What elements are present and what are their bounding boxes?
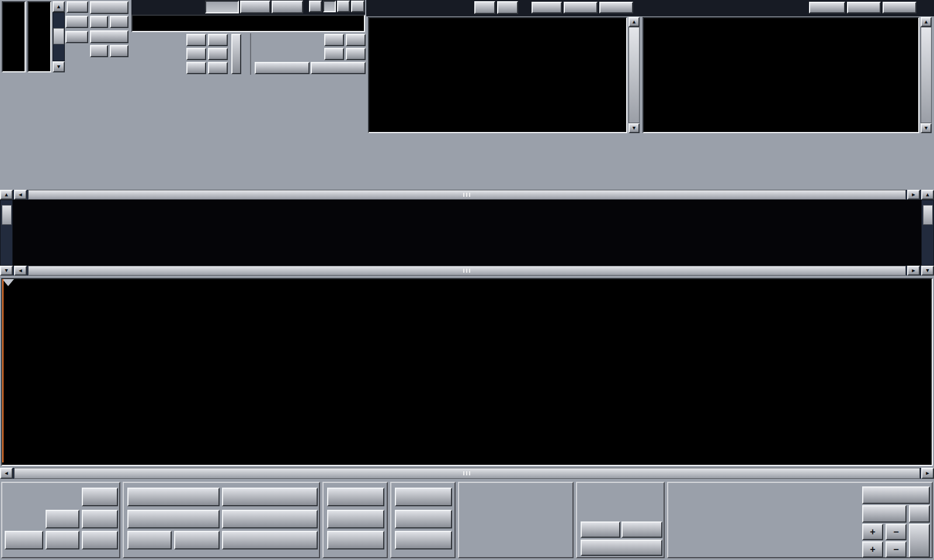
cln-button[interactable] [65,31,88,43]
play-dsp-button[interactable] [82,531,118,549]
order-delete-button[interactable] [90,30,129,43]
pattern-scroll-up-right[interactable]: ▲ [921,190,934,200]
clear-button[interactable] [862,486,930,504]
pattern-vscroll-right-thumb[interactable] [923,205,933,225]
order-pos-list[interactable] [2,1,26,72]
sample-save-button[interactable] [883,2,916,13]
loop-end-marker[interactable] [2,279,4,462]
patlen-plus-button[interactable] [324,48,344,60]
wave-scroll-left[interactable]: ◀ [0,468,13,479]
order-scroll-down[interactable]: ▼ [53,61,65,72]
repeat-minus-button[interactable]: − [886,524,907,540]
wave-hscroll-thumb[interactable] [14,468,920,479]
play-dn-button[interactable] [46,531,79,549]
mini-button-w[interactable] [337,1,350,12]
paste-button[interactable] [327,531,384,549]
instrument-minus-button[interactable] [497,1,518,14]
mini-button-f[interactable] [309,1,322,12]
zoom-out-button[interactable] [222,488,318,506]
sample-scroll-thumb[interactable] [921,27,932,123]
sample-scrollbar[interactable]: ▲ ▼ [921,17,932,133]
sample-load-action-button[interactable] [581,521,620,538]
pattern-hscroll-thumb[interactable] [28,190,906,200]
pattern-scroll-right[interactable]: ▶ [907,190,920,200]
instrument-zap-button[interactable] [532,2,562,13]
pattern-scroll-up-left[interactable]: ▲ [0,190,13,200]
repeat-plus-button[interactable]: + [862,524,883,540]
patn-minus-button[interactable] [346,34,366,46]
pattern-scroll-left2[interactable]: ◀ [14,266,27,276]
pattern-scroll-down-right[interactable]: ▼ [921,266,934,276]
redo-filter-button[interactable] [222,531,318,549]
order-scroll-up[interactable]: ▲ [53,1,65,12]
waveform-box[interactable] [1,278,933,466]
sample-clear-button[interactable] [809,2,845,13]
play-stop-button[interactable] [5,531,43,549]
order-scrollbar[interactable]: ▲ ▼ [53,1,65,72]
loop-start-handle[interactable] [2,279,14,286]
replen-plus-button[interactable]: + [862,541,883,558]
order-next-button[interactable] [90,16,108,28]
pattern-scroll-left[interactable]: ◀ [14,190,27,200]
pattern-vscroll-right[interactable] [921,200,934,266]
spd-plus-button[interactable] [186,48,206,60]
bpm-plus-button[interactable] [186,34,206,46]
instrument-scroll-thumb[interactable] [629,27,640,123]
pattern-bottom-scrollbar[interactable]: ▼ ◀ ▶ ▼ [0,266,934,276]
copy-button[interactable] [327,510,384,528]
flip-button[interactable] [231,34,241,74]
pattern-vscroll-left-thumb[interactable] [2,205,12,225]
play-rng-button[interactable] [82,510,118,528]
patlen-minus-button[interactable] [346,48,366,60]
order-pat-minus-button[interactable] [110,45,129,57]
redo-button[interactable] [174,531,220,549]
patn-plus-button[interactable] [324,34,344,46]
add-plus-button[interactable] [186,62,206,74]
bpm-minus-button[interactable] [208,34,228,46]
order-prev-button[interactable] [110,16,129,28]
pattern-hscroll-thumb2[interactable] [28,266,906,276]
show-rng-button[interactable] [127,488,220,506]
seq-button[interactable] [65,16,88,28]
pattern-grid[interactable] [28,200,921,266]
instrument-scroll-up[interactable]: ▲ [629,17,640,27]
exit-button[interactable] [581,540,662,556]
sample-scroll-up[interactable]: ▲ [921,17,932,27]
order-insert-button[interactable] [90,1,129,14]
cut-button[interactable] [327,488,384,506]
waveform-scrollbar[interactable]: ◀ ▶ [0,468,934,479]
play-wav-button[interactable] [82,488,118,506]
spd-minus-button[interactable] [208,48,228,60]
tab-time[interactable] [240,1,270,13]
draw-button[interactable] [395,531,452,549]
order-pat-plus-button[interactable] [90,45,108,57]
order-scroll-thumb[interactable] [53,28,64,44]
instrument-save-button[interactable] [599,2,633,13]
add-minus-button[interactable] [208,62,228,74]
pattern-top-scrollbar[interactable]: ▲ ◀ ▶ ▲ [0,190,934,200]
tab-title[interactable] [205,1,239,13]
pattern-scroll-right2[interactable]: ▶ [907,266,920,276]
instrument-scrollbar[interactable]: ▲ ▼ [629,17,640,133]
order-menu-button[interactable] [67,1,88,13]
expand-button[interactable] [255,62,310,74]
instrument-list[interactable] [368,17,627,133]
pattern-scroll-down-left[interactable]: ▼ [0,266,13,276]
replen-minus-button[interactable]: − [886,541,907,558]
crop-button[interactable] [395,488,452,506]
pattern-vscroll-left[interactable] [0,200,13,266]
rng-all-button[interactable] [127,510,220,528]
h-button[interactable] [909,505,930,523]
instrument-plus-button[interactable] [474,1,495,14]
min-button[interactable] [862,505,907,523]
sample-list[interactable] [643,17,919,133]
instrument-load-button[interactable] [564,2,598,13]
order-pat-list[interactable] [27,1,51,72]
song-title-input[interactable] [131,15,365,32]
vol-button[interactable] [395,510,452,528]
sample-save-action-button[interactable] [621,521,662,538]
mini-button-l[interactable] [351,1,364,12]
instrument-scroll-down[interactable]: ▼ [629,123,640,133]
shrink-button[interactable] [311,62,366,74]
wave-scroll-right[interactable]: ▶ [921,468,934,479]
